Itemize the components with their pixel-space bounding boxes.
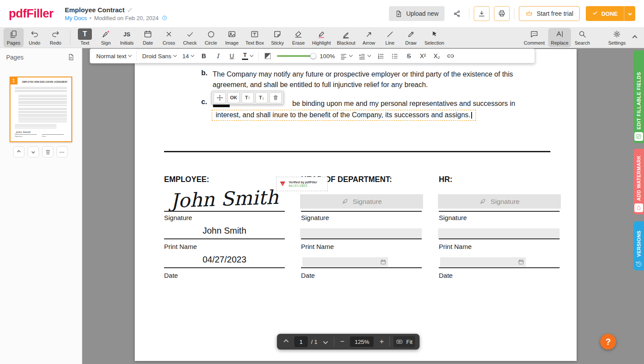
fit-button[interactable]: Fit [393, 336, 415, 347]
done-button[interactable]: DONE [586, 6, 624, 21]
superscript-button[interactable]: X² [418, 51, 427, 61]
version-history-clock-icon[interactable] [161, 15, 168, 21]
numbered-list-button[interactable] [376, 51, 385, 61]
toolbar-highlight[interactable]: Highlight [309, 28, 333, 47]
highlight-color-button[interactable] [263, 51, 273, 61]
link-button[interactable] [446, 51, 455, 61]
edit-fillable-fields-tab[interactable]: EDIT FILLABLE FIELDS [634, 50, 644, 143]
slider-thumb[interactable] [310, 53, 316, 59]
help-button[interactable]: ? [600, 334, 616, 350]
previous-page-button[interactable] [281, 336, 291, 347]
collapse-toolbar-button[interactable] [629, 29, 640, 46]
verified-stamp[interactable]: Verified by pdfFiller 04/27/2023 [276, 177, 328, 191]
text-box-icon [250, 29, 259, 39]
toolbar-undo[interactable]: Undo [24, 28, 45, 47]
format-separator [258, 51, 259, 61]
pdffiller-logo[interactable]: pdfFiller [9, 7, 53, 21]
opacity-slider[interactable] [277, 55, 315, 57]
subscript-button[interactable]: X₂ [432, 51, 441, 61]
toolbar-selection[interactable]: Selection [422, 28, 447, 47]
underline-button[interactable]: U [227, 51, 237, 61]
toolbar-sticky[interactable]: Sticky [267, 28, 287, 47]
download-button[interactable] [474, 6, 490, 21]
strikethrough-button[interactable]: S [404, 51, 413, 61]
toolbar-check[interactable]: Check [180, 28, 200, 47]
hod-date-field[interactable] [302, 257, 388, 267]
zoom-level[interactable]: 125% [350, 336, 374, 347]
cursor-icon [430, 29, 438, 39]
toolbar-comment[interactable]: Comment [521, 28, 547, 47]
toolbar-date[interactable]: Date [138, 28, 158, 47]
delete-annotation-button[interactable] [270, 92, 282, 103]
employee-date-value[interactable]: 04/27/2023 [164, 255, 285, 265]
toolbar-sign[interactable]: Sign [96, 28, 116, 47]
toolbar-text-box[interactable]: Text Box [243, 28, 266, 47]
breadcrumb-my-docs[interactable]: My Docs [65, 15, 87, 21]
toolbar-image[interactable]: Image [222, 28, 242, 47]
next-page-button[interactable] [321, 336, 330, 347]
share-button[interactable] [449, 6, 465, 21]
calendar-icon [518, 259, 524, 265]
versions-tab[interactable]: VERSIONS [634, 221, 644, 270]
toolbar-erase[interactable]: Erase [288, 28, 308, 47]
add-watermark-tab[interactable]: ADD WATERMARK [634, 149, 644, 214]
move-page-up-button[interactable] [13, 146, 24, 158]
zoom-out-button[interactable]: − [338, 336, 346, 347]
page-more-options-button[interactable]: ••• [56, 146, 68, 158]
font-family-dropdown[interactable]: Droid Sans [141, 52, 177, 61]
print-name-line [439, 238, 560, 239]
toolbar-cross[interactable]: Cross [159, 28, 179, 47]
toolbar-initials[interactable]: JS Initials [117, 28, 137, 47]
eraser-icon [294, 29, 303, 39]
toolbar-redo[interactable]: Redo [46, 28, 66, 47]
toolbar-search[interactable]: Search [572, 28, 592, 47]
hr-print-name-field[interactable] [438, 228, 560, 239]
toolbar-line[interactable]: Line [380, 28, 400, 47]
toolbar-label: Text [80, 40, 89, 46]
toolbar-label: Settings [608, 40, 626, 46]
font-family-value: Droid Sans [142, 53, 172, 60]
hr-signature-field[interactable]: Signature [438, 194, 561, 209]
start-free-trial-button[interactable]: Start free trial [519, 6, 580, 21]
employee-signature-value[interactable]: John Smith [164, 181, 285, 212]
bullet-list-button[interactable] [390, 51, 399, 61]
toolbar-pages[interactable]: Pages [4, 28, 24, 47]
employee-print-name-value[interactable]: John Smith [164, 226, 285, 236]
italic-button[interactable]: I [213, 51, 223, 61]
clause-c-line2: interest, and shall inure to the benefit… [216, 111, 470, 119]
font-size-dropdown[interactable]: 14 [182, 52, 195, 61]
edit-title-icon[interactable] [127, 7, 133, 13]
hod-signature-field[interactable]: Signature [300, 194, 423, 209]
move-page-down-button[interactable] [28, 146, 39, 158]
toolbar-blackout[interactable]: Blackout [334, 28, 358, 47]
done-dropdown-button[interactable] [624, 6, 635, 21]
delete-page-button[interactable] [42, 146, 53, 158]
print-button[interactable] [494, 6, 510, 21]
hod-print-name-field[interactable] [300, 228, 422, 239]
toolbar-replace[interactable]: Replace [548, 28, 571, 47]
editable-text-field[interactable]: interest, and shall inure to the benefit… [212, 110, 476, 121]
toolbar-text[interactable]: T Text [75, 28, 95, 47]
move-annotation-button[interactable] [214, 92, 226, 103]
header-divider [514, 8, 514, 19]
page-thumbnail[interactable]: 1 EMPLOYEE NON-DISCLOSURE AGREEMENT John… [10, 77, 72, 142]
page-number-input[interactable] [294, 336, 308, 347]
toolbar-settings[interactable]: Settings [606, 28, 628, 47]
toolbar-arrow[interactable]: Arrow [359, 28, 379, 47]
page-manager-icon[interactable] [67, 53, 75, 61]
ok-button[interactable]: OK [228, 92, 240, 103]
font-size-decrease-button[interactable]: T↓ [256, 92, 268, 103]
toolbar-circle[interactable]: Circle [201, 28, 221, 47]
calendar-icon [144, 29, 152, 39]
font-size-increase-button[interactable]: T↑ [242, 92, 254, 103]
bold-button[interactable]: B [199, 51, 209, 61]
date-line [301, 267, 422, 268]
indent-dropdown[interactable] [357, 51, 371, 61]
upload-new-button[interactable]: Upload new [389, 6, 444, 21]
align-dropdown[interactable] [339, 51, 353, 61]
text-color-dropdown[interactable]: T [241, 51, 254, 61]
toolbar-draw[interactable]: Draw [401, 28, 421, 47]
hr-date-field[interactable] [440, 257, 526, 267]
zoom-in-button[interactable]: + [377, 336, 386, 347]
paragraph-style-dropdown[interactable]: Normal text [95, 52, 132, 61]
